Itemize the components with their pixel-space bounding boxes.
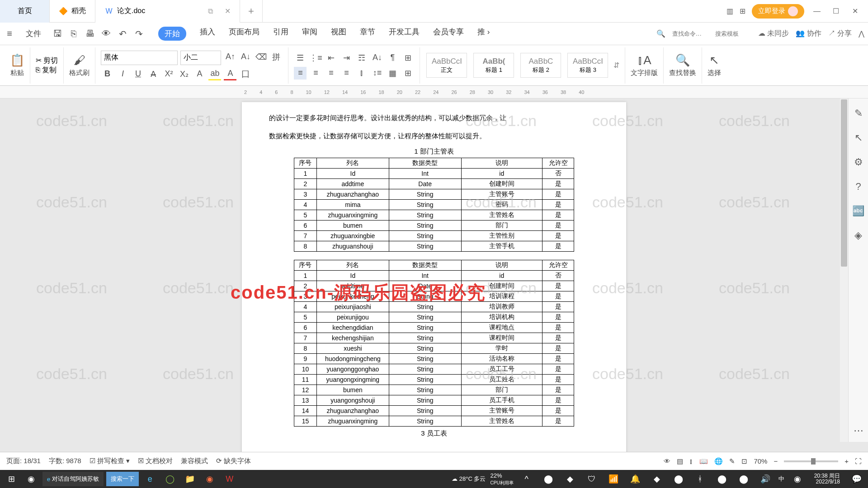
taskbar-search[interactable]: 搜索一下 — [106, 472, 139, 486]
sort-icon[interactable]: A↓ — [371, 52, 383, 64]
menu-vip[interactable]: 会员专享 — [433, 27, 464, 41]
tray-icon[interactable]: ◆ — [648, 472, 665, 486]
decrease-indent-icon[interactable]: ⇤ — [325, 52, 337, 64]
close-icon[interactable]: ✕ — [225, 7, 231, 15]
superscript-button[interactable]: X² — [162, 68, 175, 80]
zoom-out-button[interactable]: − — [774, 457, 778, 465]
scroll-thumb[interactable] — [841, 99, 847, 267]
view-web-icon[interactable]: 🌐 — [714, 457, 723, 465]
minimize-button[interactable]: — — [811, 7, 823, 15]
maximize-button[interactable]: ☐ — [830, 7, 842, 15]
redo-icon[interactable]: ↷ — [133, 28, 145, 40]
translate-icon[interactable]: 🔤 — [852, 205, 864, 217]
menu-icon[interactable]: ≡ — [4, 28, 15, 40]
numbering-icon[interactable]: ⋮≡ — [309, 52, 322, 64]
share-button[interactable]: ↗ 分享 — [828, 29, 852, 38]
menu-ref[interactable]: 引用 — [273, 27, 288, 41]
style-h1[interactable]: AaBb(标题 1 — [473, 53, 514, 78]
menu-insert[interactable]: 插入 — [200, 27, 215, 41]
para-border-icon[interactable]: ⊞ — [401, 52, 414, 64]
char-border-icon[interactable]: 囗 — [239, 68, 252, 80]
cpu-widget[interactable]: 22%CPU利用率 — [491, 472, 514, 486]
volume-icon[interactable]: 🔊 — [757, 472, 774, 486]
menu-recommend[interactable]: 推 › — [477, 27, 490, 41]
zoom-value[interactable]: 70% — [754, 457, 767, 465]
style-body[interactable]: AaBbCcI正文 — [426, 53, 467, 78]
bullets-icon[interactable]: ☰ — [294, 52, 307, 64]
grid-icon[interactable]: ▥ — [726, 7, 733, 15]
increase-font-icon[interactable]: A↑ — [224, 51, 236, 63]
menu-chapter[interactable]: 章节 — [360, 27, 375, 41]
fullscreen-icon[interactable]: ⛶ — [855, 457, 862, 465]
pen-icon[interactable]: ✎ — [854, 108, 863, 119]
tray-icon[interactable]: ⬤ — [713, 472, 731, 486]
italic-button[interactable]: I — [116, 68, 129, 80]
file-menu[interactable]: 文件 — [21, 27, 46, 40]
clock[interactable]: 20:38 周日2022/9/18 — [811, 473, 844, 485]
zoom-slider[interactable] — [784, 460, 838, 462]
text-effect-icon[interactable]: A — [193, 68, 206, 80]
subscript-button[interactable]: X₂ — [178, 68, 190, 80]
text-layout-icon[interactable]: ⫿A — [637, 53, 651, 67]
tab-document[interactable]: W 论文.doc ⧉ ✕ — [95, 0, 240, 23]
compat-mode[interactable]: 兼容模式 — [181, 457, 208, 465]
save-icon[interactable]: 🖫 — [52, 28, 63, 40]
settings-icon[interactable]: ⚙ — [854, 156, 863, 168]
align-right-icon[interactable]: ≡ — [325, 67, 337, 80]
highlight-icon[interactable]: ab — [208, 68, 221, 80]
unsync-status[interactable]: ☁ 未同步 — [758, 29, 789, 38]
underline-button[interactable]: U — [132, 68, 144, 80]
tray-bell-icon[interactable]: 🔔 — [627, 472, 644, 486]
tray-icon[interactable]: 📶 — [605, 472, 622, 486]
scrollbar[interactable] — [840, 99, 848, 442]
missing-font[interactable]: ⟳ 缺失字体 — [216, 457, 251, 465]
align-justify-icon[interactable]: ≡ — [340, 67, 353, 80]
word-count[interactable]: 字数: 9878 — [49, 457, 81, 465]
cursor-icon[interactable]: ↖ — [854, 132, 863, 144]
preview-icon[interactable]: 👁 — [100, 28, 112, 40]
decrease-font-icon[interactable]: A↓ — [239, 51, 252, 63]
styles-more-icon[interactable]: ⇵ — [613, 61, 619, 70]
tab-docshell[interactable]: 🔶 稻壳 — [50, 0, 95, 23]
find-replace-icon[interactable]: 🔍 — [675, 53, 690, 67]
view-read-icon[interactable]: 📖 — [699, 457, 708, 465]
clear-format-icon[interactable]: ⌫ — [255, 51, 267, 63]
wps-icon[interactable]: W — [221, 472, 238, 486]
style-h3[interactable]: AaBbCcI标题 3 — [567, 53, 608, 78]
view-outline-icon[interactable]: ⫿ — [689, 457, 693, 465]
paste-icon[interactable]: 📋 — [10, 53, 24, 67]
collab-button[interactable]: 👥 协作 — [796, 29, 821, 38]
tab-window-icon[interactable]: ⧉ — [208, 7, 213, 15]
borders-icon[interactable]: ⊞ — [401, 67, 414, 80]
distribute-icon[interactable]: ⫿ — [355, 67, 368, 80]
font-size-select[interactable] — [180, 51, 221, 65]
tray-icon[interactable]: ◆ — [561, 472, 579, 486]
weather-widget[interactable]: ☁ 28°C 多云 — [452, 475, 486, 483]
tray-icon[interactable]: ◉ — [789, 472, 806, 486]
close-button[interactable]: ✕ — [849, 7, 861, 15]
tray-icon[interactable]: 🛡 — [583, 472, 600, 486]
phonetic-icon[interactable]: 拼 — [270, 51, 283, 63]
menu-layout[interactable]: 页面布局 — [229, 27, 259, 41]
explorer-icon[interactable]: 📁 — [181, 472, 198, 486]
menu-start[interactable]: 开始 — [158, 27, 186, 41]
format-painter-icon[interactable]: 🖌 — [74, 53, 85, 67]
tray-up-icon[interactable]: ^ — [518, 472, 535, 486]
font-color-icon[interactable]: A — [224, 68, 236, 80]
asian-layout-icon[interactable]: ☶ — [355, 52, 368, 64]
bold-button[interactable]: B — [101, 68, 113, 80]
show-marks-icon[interactable]: ¶ — [386, 52, 399, 64]
tools-icon[interactable]: ◈ — [854, 230, 862, 241]
copilot-icon[interactable]: ◉ — [23, 472, 40, 486]
align-left-icon[interactable]: ≡ — [294, 67, 307, 80]
edit-icon[interactable]: ✎ — [729, 457, 735, 465]
increase-indent-icon[interactable]: ⇥ — [340, 52, 353, 64]
style-h2[interactable]: AaBbC标题 2 — [520, 53, 561, 78]
spellcheck-button[interactable]: ☑ 拼写检查 ▾ — [90, 457, 130, 465]
cut-button[interactable]: ✂ 剪切 — [36, 56, 58, 64]
tray-icon[interactable]: ⬤ — [670, 472, 687, 486]
more-tools-icon[interactable]: ⋯ — [854, 425, 863, 436]
shading-icon[interactable]: ▦ — [386, 67, 399, 80]
print-icon[interactable]: 🖶 — [84, 28, 96, 40]
strike-button[interactable]: A̶ — [147, 68, 160, 80]
